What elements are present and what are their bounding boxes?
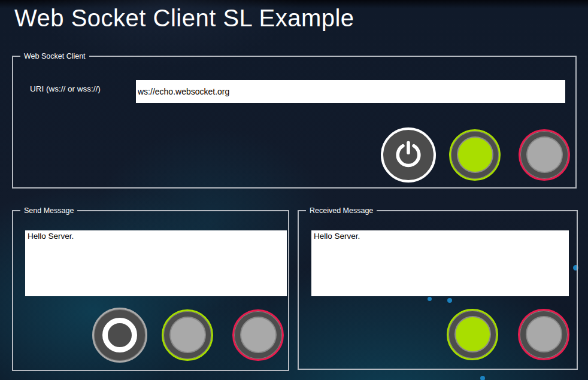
send-message-textarea[interactable]: Hello Server.: [25, 230, 287, 296]
receive-error-led: [518, 309, 569, 360]
received-message-legend: Received Message: [306, 207, 377, 215]
send-error-led: [232, 309, 284, 361]
background-dot: [480, 376, 485, 380]
websocket-client-legend: Web Socket Client: [20, 53, 89, 60]
received-led: [447, 309, 498, 360]
send-message-legend: Send Message: [20, 207, 77, 215]
connected-led-center: [458, 138, 492, 172]
received-message-textarea[interactable]: Hello Server.: [311, 230, 569, 296]
received-message-panel: Received Message Hello Server.: [298, 207, 578, 370]
page-title: Web Socket Client SL Example: [14, 5, 354, 32]
send-button[interactable]: [92, 308, 147, 363]
send-message-panel: Send Message Hello Server.: [12, 207, 289, 371]
connect-error-led: [519, 129, 570, 181]
sent-led-center: [171, 318, 205, 352]
received-led-center: [456, 317, 490, 351]
connected-led: [449, 129, 501, 181]
power-icon: [392, 138, 425, 172]
send-error-led-center: [241, 318, 275, 352]
connect-button[interactable]: [381, 127, 436, 183]
connect-error-led-center: [528, 138, 562, 172]
sent-led: [162, 309, 213, 361]
uri-label: URI (ws:// or wss://): [30, 84, 101, 93]
uri-input[interactable]: [136, 80, 565, 103]
receive-error-led-center: [527, 317, 561, 351]
circle-ring-icon: [102, 318, 137, 352]
app-window: { "title": "Web Socket Client SL Example…: [0, 0, 588, 380]
websocket-client-panel: Web Socket Client URI (ws:// or wss://): [12, 53, 577, 189]
